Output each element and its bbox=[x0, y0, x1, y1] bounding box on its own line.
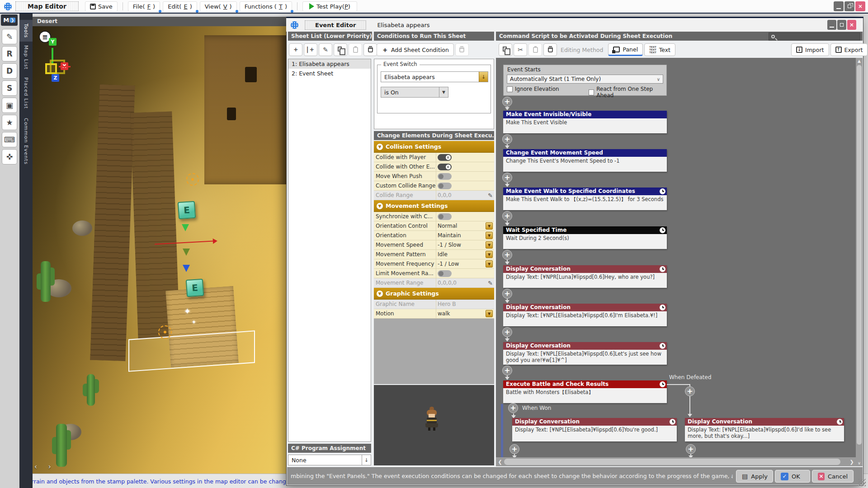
command-search-input[interactable] bbox=[769, 33, 860, 41]
copy-command-button[interactable] bbox=[499, 43, 512, 56]
delete-command-button[interactable] bbox=[543, 43, 557, 56]
input-icon[interactable]: ⌨ bbox=[2, 132, 17, 147]
database-icon[interactable]: D bbox=[2, 63, 17, 79]
apply-button[interactable]: ▤ Apply bbox=[736, 470, 773, 483]
chevron-down-icon[interactable]: ▼ bbox=[486, 260, 493, 267]
ok-button[interactable]: ✓ OK bbox=[775, 470, 810, 483]
scrollbar-thumb[interactable] bbox=[857, 65, 862, 445]
edit-pencil-icon[interactable]: ✎ bbox=[488, 280, 493, 286]
toggle-off[interactable] bbox=[438, 213, 452, 220]
command-card[interactable]: Execute Battle and Check ResultsBattle w… bbox=[503, 380, 667, 403]
toggle-off[interactable] bbox=[438, 173, 452, 180]
resize-grip[interactable] bbox=[859, 479, 866, 486]
insert-sheet-button[interactable]: |＋ bbox=[304, 43, 317, 56]
insert-command-button[interactable]: + bbox=[502, 211, 512, 221]
sidebar-tab-tools[interactable]: Tools bbox=[19, 20, 33, 42]
ee-minimize-button[interactable] bbox=[827, 20, 836, 30]
chevron-down-icon[interactable]: ▼ bbox=[486, 222, 493, 230]
paste-sheet-button[interactable] bbox=[349, 43, 362, 56]
test-walk-icon[interactable]: ✜ bbox=[2, 149, 17, 164]
rename-sheet-button[interactable]: ✎ bbox=[319, 43, 332, 56]
command-card[interactable]: Display ConversationDisplay Text: [¥NPL[… bbox=[503, 342, 667, 365]
sidebar-tab-map-list[interactable]: Map List bbox=[19, 43, 33, 71]
toggle-off[interactable] bbox=[438, 183, 452, 189]
command-card[interactable]: Make Event Invisible/VisibleMake This Ev… bbox=[503, 111, 667, 133]
ee-maximize-button[interactable] bbox=[837, 20, 846, 30]
vertical-scrollbar[interactable]: ▲ ∨ bbox=[856, 58, 863, 466]
text-mode-button[interactable]: TEXTTEXTTEXT Text bbox=[644, 43, 675, 56]
insert-command-button[interactable]: + bbox=[502, 134, 512, 144]
sidebar-tab-common-events[interactable]: Common Events bbox=[19, 115, 33, 168]
command-card[interactable]: Display ConversationDisplay Text: [¥NPR[… bbox=[503, 265, 667, 288]
save-button[interactable]: Save bbox=[85, 1, 118, 12]
command-card[interactable]: Make Event Walk to Specified Coordinates… bbox=[503, 188, 667, 210]
resource-icon[interactable]: R bbox=[2, 46, 17, 61]
insert-command-button[interactable]: + bbox=[502, 327, 512, 337]
sidebar-tab-placed-list[interactable]: Placed List bbox=[19, 75, 33, 111]
map-viewport[interactable]: E E ✦ ✦ ≡ Y X Z ‹ › bbox=[33, 26, 286, 474]
insert-command-button[interactable]: + bbox=[502, 173, 512, 183]
add-sheet-condition-button[interactable]: ＋ Add Sheet Condition bbox=[377, 43, 454, 56]
scroll-down-arrow[interactable]: ∨ bbox=[856, 461, 863, 465]
section-header-collision-settings[interactable]: ▼Collision Settings bbox=[374, 141, 494, 153]
toggle-off[interactable] bbox=[438, 270, 452, 277]
section-header-graphic-settings[interactable]: ▼Graphic Settings bbox=[374, 288, 494, 300]
achievement-icon[interactable]: ★ bbox=[2, 115, 17, 130]
section-header-movement-settings[interactable]: ▼Movement Settings bbox=[374, 200, 494, 212]
editor-mode-badge[interactable]: M❯ bbox=[1, 14, 18, 26]
menu-file-f[interactable]: File(F) bbox=[128, 1, 160, 12]
stamp-edit-icon[interactable]: ✎ bbox=[2, 29, 17, 44]
command-script-canvas[interactable]: Event Starts Automatically Start (1 Time… bbox=[496, 58, 856, 457]
paste-command-button[interactable] bbox=[528, 43, 542, 56]
sheet-list-item[interactable]: 2: Event Sheet bbox=[288, 69, 371, 78]
insert-command-button[interactable]: + bbox=[502, 289, 512, 299]
insert-command-button[interactable]: + bbox=[502, 97, 512, 107]
map-scroll-arrows[interactable]: ‹ › bbox=[34, 463, 56, 471]
app-restore-button[interactable] bbox=[844, 1, 854, 11]
edit-pencil-icon[interactable]: ✎ bbox=[488, 192, 493, 199]
event-sprite-marker[interactable]: E bbox=[186, 279, 204, 297]
checkbox-ignore-elevation[interactable]: Ignore Elevation bbox=[507, 86, 559, 92]
gizmo-y-label[interactable]: Y bbox=[49, 38, 57, 46]
scroll-right-arrow[interactable]: ❯ bbox=[848, 459, 856, 465]
menu-edit-e[interactable]: Edit(E) bbox=[163, 1, 197, 12]
command-card[interactable]: Wait Specified TimeWait During 2 Second(… bbox=[503, 226, 667, 249]
menu-functions-t[interactable]: Functions (T) bbox=[240, 1, 292, 12]
command-card[interactable]: Change Event Movement SpeedChange This E… bbox=[503, 149, 667, 172]
test-play-button[interactable]: Test Play(P) bbox=[302, 1, 357, 12]
ee-close-button[interactable]: × bbox=[847, 20, 856, 30]
switch-state-select[interactable]: is On ▼ bbox=[381, 87, 448, 98]
event-sprite-marker[interactable]: E bbox=[178, 201, 196, 220]
delete-sheet-button[interactable] bbox=[363, 43, 377, 56]
insert-command-button[interactable]: + bbox=[502, 250, 512, 260]
event-switch-select[interactable]: Elisabeta appears ↓ bbox=[381, 71, 488, 82]
horizontal-scrollbar[interactable]: ❮ ❯ bbox=[496, 457, 856, 466]
cut-command-button[interactable]: ✂ bbox=[514, 43, 527, 56]
menu-view-v[interactable]: View(V) bbox=[200, 1, 237, 12]
csharp-select[interactable]: None ↓ bbox=[288, 455, 371, 465]
insert-command-button[interactable]: + bbox=[686, 444, 696, 454]
toggle-on[interactable] bbox=[438, 154, 452, 161]
insert-command-button[interactable]: + bbox=[509, 444, 519, 454]
export-button[interactable]: ↑ Export bbox=[830, 43, 868, 56]
app-minimize-button[interactable] bbox=[834, 1, 844, 11]
insert-command-button[interactable]: + bbox=[502, 366, 512, 375]
add-sheet-button[interactable]: ＋ bbox=[289, 43, 302, 56]
chevron-down-icon[interactable]: ▼ bbox=[486, 310, 493, 317]
delete-condition-button[interactable] bbox=[455, 43, 469, 56]
chevron-down-icon[interactable]: ▼ bbox=[486, 232, 493, 239]
chevron-down-icon[interactable]: ▼ bbox=[486, 241, 493, 249]
scrollbar-thumb[interactable] bbox=[504, 459, 840, 465]
sheet-list-item[interactable]: 1: Elisabeta appears bbox=[288, 59, 371, 69]
cancel-button[interactable]: × Cancel bbox=[812, 470, 854, 483]
checkbox-react-from-one-step-ahead[interactable]: React from One Step Ahead bbox=[589, 86, 666, 99]
insert-command-button[interactable]: + bbox=[685, 386, 695, 396]
command-card[interactable]: Display ConversationDisplay Text: [¥NPL[… bbox=[503, 304, 667, 326]
scroll-up-arrow[interactable]: ▲ bbox=[856, 59, 863, 63]
app-close-button[interactable]: × bbox=[855, 1, 865, 11]
copy-sheet-button[interactable] bbox=[334, 43, 347, 56]
import-button[interactable]: ↓ Import bbox=[791, 43, 829, 56]
chevron-down-icon[interactable]: ▼ bbox=[486, 251, 493, 258]
event-starts-select[interactable]: Automatically Start (1 Time Only) ∨ bbox=[507, 75, 663, 84]
gizmo-z-label[interactable]: Z bbox=[52, 74, 59, 82]
